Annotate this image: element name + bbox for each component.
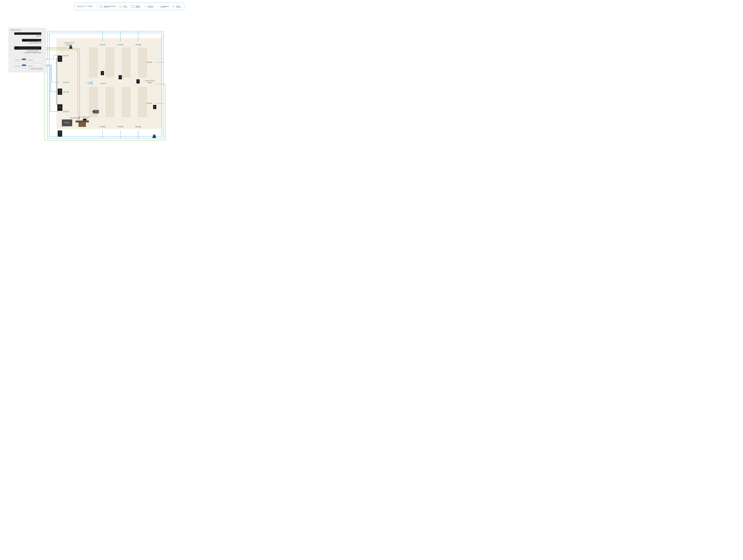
camera-label: Q-SYS PTZ-IP camera (64, 42, 75, 46)
device-cxq-amp-1 (14, 57, 43, 61)
cable-type-legend: CABLE TYPE ▭ Standard Ethernet ▭ USB ▭ H… (74, 3, 184, 10)
speaker-label: SR 8200 (99, 126, 106, 128)
front-speaker-sr5152 (58, 89, 62, 95)
surround-speaker (153, 105, 156, 109)
speaker-label: SR 5152 (63, 111, 69, 113)
camera-label: Q-SYS PTZ-IP camera (145, 80, 155, 84)
device-cxq-amp-2 (14, 63, 43, 68)
speaker-label: SR 8200 (99, 44, 106, 46)
projection-screen (56, 58, 57, 105)
desk-group (89, 48, 98, 78)
usb-plug-icon: ▭ (119, 5, 122, 8)
desk-group (105, 48, 114, 78)
hdmi-plug-icon: ▭ (131, 5, 135, 8)
speaker-label: SR 8200 (117, 126, 124, 128)
legend-label: USB (123, 5, 126, 7)
speaker-label: SR 5152 (63, 82, 69, 84)
legend-line (136, 7, 141, 7)
surround-speaker (101, 71, 104, 75)
legend-item-micline: ∿ Mic/Line (143, 5, 154, 7)
legend-item-ethernet: ▭ Standard Ethernet (99, 5, 116, 8)
front-speaker-sr5152 (58, 130, 62, 137)
speaker-label: SR 8200 (145, 102, 152, 104)
device-label: Q-SYS Core 8 Flex (27, 42, 42, 44)
ethernet-plug-icon: ▭ (99, 5, 103, 8)
legend-line (123, 7, 128, 7)
legend-title: CABLE TYPE (77, 5, 93, 8)
arrows-icon: ⇄ (172, 5, 175, 7)
legend-label: HDMI (136, 5, 139, 7)
front-speaker-sr5152 (58, 55, 62, 62)
device-core-8-flex (22, 39, 41, 42)
rack-title: Equipment rack (10, 29, 20, 31)
legend-item-hdmi: ▭ HDMI (131, 5, 141, 8)
legend-item-gpio: ⇄ GPIO (172, 5, 181, 7)
device-label: Q-SYS NS Seriesor standard network switc… (24, 50, 42, 53)
room-floor (56, 38, 162, 129)
legend-label: Standard Ethernet (104, 5, 116, 7)
desk-group (138, 87, 147, 117)
svg-point-0 (79, 117, 80, 118)
podium-label: Podium (64, 122, 69, 124)
desk-group (122, 48, 130, 78)
microphone-icon (76, 117, 89, 122)
lectern (76, 121, 89, 127)
device-network-switch (14, 46, 41, 50)
device-label: Q-SYS CX-Q 2K4 (28, 68, 43, 70)
projector (93, 110, 99, 114)
front-sub-sb7118 (57, 104, 62, 111)
legend-divider (96, 4, 96, 8)
speaker-label: SR 5152 (63, 55, 69, 57)
speaker-label: SR 8200 (117, 44, 124, 46)
desk-group (122, 87, 130, 117)
legend-line (148, 7, 153, 7)
speaker-label: SR 8200 (135, 126, 142, 128)
speaker-label: SR 8200 (135, 44, 142, 46)
legend-label: GPIO (176, 5, 180, 7)
touch-screen-controller (83, 119, 86, 121)
legend-line (104, 7, 109, 7)
legend-label: Loudspeaker (161, 5, 169, 7)
legend-item-loudspeaker: ∿ Loudspeaker (156, 5, 169, 7)
legend-label: Mic/Line (148, 5, 154, 7)
waveform-icon: ∿ (143, 5, 147, 7)
device-label: DCIO-H (30, 35, 41, 37)
legend-item-usb: ▭ USB (119, 5, 128, 8)
projector-label: Projector (100, 83, 106, 84)
speaker-label: SR 8200 (145, 61, 152, 63)
projector-beam (86, 81, 93, 85)
surround-speaker (119, 75, 122, 79)
legend-line (176, 7, 181, 7)
waveform-icon: ∿ (156, 5, 160, 7)
ptz-camera-rear (152, 135, 156, 138)
device-dcio-h (14, 32, 41, 35)
desk-group (105, 87, 114, 117)
speaker-label: SB 7118 (63, 91, 69, 93)
legend-line (161, 7, 166, 7)
surround-speaker (136, 79, 140, 84)
ptz-camera-front (69, 45, 73, 49)
